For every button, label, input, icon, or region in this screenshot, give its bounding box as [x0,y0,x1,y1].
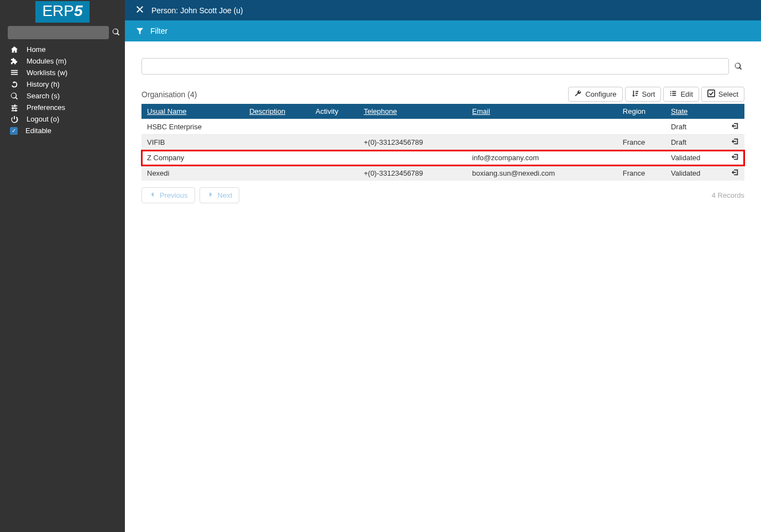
svg-rect-0 [708,90,715,97]
sidebar-search-input[interactable] [8,26,109,39]
wrench-icon [574,89,582,99]
cell-description [244,119,310,135]
nav-item-home[interactable]: Home [0,44,125,55]
cell-activity [310,150,358,166]
nav-label: History (h) [27,80,60,88]
power-icon [10,115,19,123]
cell-description [244,166,310,181]
sort-label: Sort [642,90,655,98]
configure-button[interactable]: Configure [568,87,622,102]
cell-activity [310,135,358,150]
filter-label: Filter [150,27,167,35]
table-row[interactable]: HSBC EnterpriseDraft [141,119,744,135]
cell-email [466,135,617,150]
row-action[interactable] [726,135,744,150]
login-icon [731,154,739,162]
row-action[interactable] [726,166,744,181]
sidebar-search [0,24,125,41]
login-icon [731,170,739,178]
header-title: Person: John Scott Joe (u) [151,6,243,15]
sort-button[interactable]: Sort [625,87,662,102]
nav-item-sliders[interactable]: Preferences [0,102,125,113]
cell-activity [310,119,358,135]
search-icon[interactable] [112,28,120,38]
cell-state: Draft [665,135,726,150]
cell-email [466,119,617,135]
filter-icon [136,27,144,35]
login-icon [731,139,739,147]
history-icon [10,81,19,88]
column-header[interactable]: Description [244,104,310,119]
nav-item-puzzle[interactable]: Modules (m) [0,55,125,67]
column-header: Activity [310,104,358,119]
logo-text: ERP [42,2,74,19]
content-search-input[interactable] [141,58,729,75]
filter-bar[interactable]: Filter [125,20,761,41]
nav-label: Preferences [27,103,65,112]
puzzle-icon [10,57,19,65]
records-count: 4 Records [712,191,744,199]
nav-item-power[interactable]: Logout (o) [0,113,125,125]
row-action[interactable] [726,150,744,166]
cell-usual-name: Z Company [141,150,244,166]
select-button[interactable]: Select [701,87,744,102]
cell-activity [310,166,358,181]
header-bar: Person: John Scott Joe (u) [125,0,761,20]
column-header[interactable]: State [665,104,726,119]
search-icon[interactable] [732,58,744,75]
nav-item-history[interactable]: History (h) [0,78,125,90]
editable-label: Editable [25,127,51,135]
cell-telephone: +(0)-33123456789 [358,166,466,181]
nav-label: Worklists (w) [27,69,67,77]
cell-region [617,119,665,135]
table-row[interactable]: Nexedi+(0)-33123456789boxiang.sun@nexedi… [141,166,744,181]
list-icon [10,69,19,77]
nav-label: Logout (o) [27,115,59,123]
cell-usual-name: HSBC Enterprise [141,119,244,135]
cell-email: boxiang.sun@nexedi.com [466,166,617,181]
close-icon[interactable] [136,6,144,15]
cell-email: info@zcompany.com [466,150,617,166]
cell-telephone: +(0)-33123456789 [358,135,466,150]
list-icon [669,89,677,99]
column-header[interactable]: Email [466,104,617,119]
column-header-action [726,104,744,119]
table-row[interactable]: Z Companyinfo@zcompany.comValidated [141,150,744,166]
check-icon [707,89,715,99]
content-search-row [141,58,744,75]
cell-region [617,150,665,166]
nav-list: HomeModules (m)Worklists (w)History (h)S… [0,41,125,139]
nav-label: Home [27,45,46,54]
caret-right-icon [207,191,214,200]
column-header[interactable]: Usual Name [141,104,244,119]
editable-checkbox[interactable]: ✓ [10,127,18,135]
next-label: Next [218,191,233,199]
login-icon [731,123,739,131]
table-row[interactable]: VIFIB+(0)-33123456789FranceDraft [141,135,744,150]
logo-suffix: 5 [74,2,83,19]
cell-usual-name: Nexedi [141,166,244,181]
nav-item-list[interactable]: Worklists (w) [0,67,125,78]
home-icon [10,46,19,54]
data-table: Usual NameDescriptionActivityTelephoneEm… [141,104,744,181]
column-header[interactable]: Telephone [358,104,466,119]
select-label: Select [718,90,738,98]
table-title: Organisation (4) [141,90,197,99]
previous-button[interactable]: Previous [141,187,195,203]
nav-item-search[interactable]: Search (s) [0,90,125,102]
edit-button[interactable]: Edit [663,87,699,102]
nav-label: Search (s) [27,92,60,100]
nav-label: Modules (m) [27,57,66,65]
cell-state: Draft [665,119,726,135]
configure-label: Configure [585,90,616,98]
cell-usual-name: VIFIB [141,135,244,150]
row-action[interactable] [726,119,744,135]
pager: Previous Next [141,187,239,203]
next-button[interactable]: Next [200,187,240,203]
logo[interactable]: ERP5 [0,0,125,24]
previous-label: Previous [160,191,188,199]
nav-item-editable[interactable]: ✓Editable [0,125,125,136]
cell-state: Validated [665,150,726,166]
caret-left-icon [149,191,156,200]
cell-state: Validated [665,166,726,181]
